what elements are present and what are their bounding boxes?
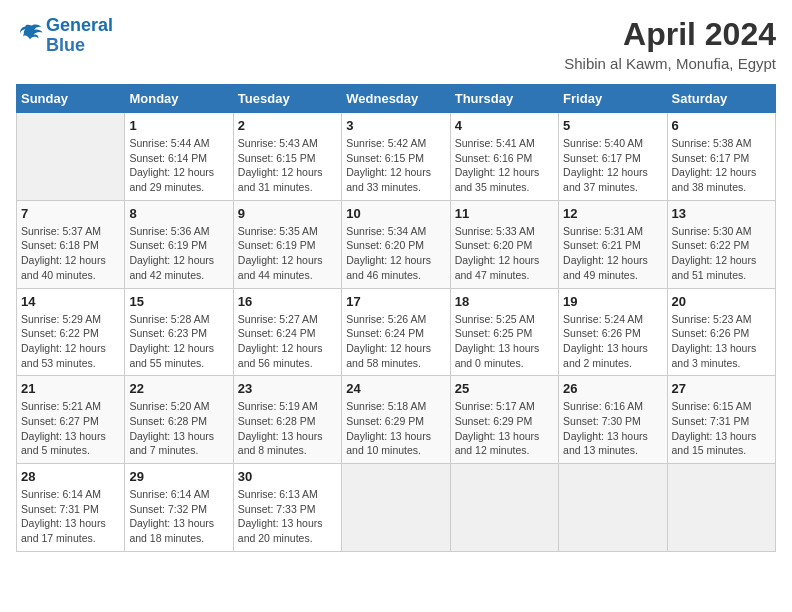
calendar-table: SundayMondayTuesdayWednesdayThursdayFrid…: [16, 84, 776, 552]
weekday-header-monday: Monday: [125, 85, 233, 113]
calendar-cell: 27Sunrise: 6:15 AM Sunset: 7:31 PM Dayli…: [667, 376, 775, 464]
day-number: 10: [346, 206, 445, 221]
day-number: 9: [238, 206, 337, 221]
day-number: 15: [129, 294, 228, 309]
calendar-cell: 7Sunrise: 5:37 AM Sunset: 6:18 PM Daylig…: [17, 200, 125, 288]
day-number: 1: [129, 118, 228, 133]
calendar-cell: [559, 464, 667, 552]
day-number: 5: [563, 118, 662, 133]
day-number: 8: [129, 206, 228, 221]
day-number: 27: [672, 381, 771, 396]
day-info: Sunrise: 5:37 AM Sunset: 6:18 PM Dayligh…: [21, 224, 120, 283]
calendar-week-3: 14Sunrise: 5:29 AM Sunset: 6:22 PM Dayli…: [17, 288, 776, 376]
day-number: 7: [21, 206, 120, 221]
calendar-cell: 22Sunrise: 5:20 AM Sunset: 6:28 PM Dayli…: [125, 376, 233, 464]
day-info: Sunrise: 5:30 AM Sunset: 6:22 PM Dayligh…: [672, 224, 771, 283]
day-info: Sunrise: 5:27 AM Sunset: 6:24 PM Dayligh…: [238, 312, 337, 371]
day-number: 20: [672, 294, 771, 309]
day-info: Sunrise: 5:29 AM Sunset: 6:22 PM Dayligh…: [21, 312, 120, 371]
calendar-cell: 8Sunrise: 5:36 AM Sunset: 6:19 PM Daylig…: [125, 200, 233, 288]
day-info: Sunrise: 5:42 AM Sunset: 6:15 PM Dayligh…: [346, 136, 445, 195]
calendar-cell: 30Sunrise: 6:13 AM Sunset: 7:33 PM Dayli…: [233, 464, 341, 552]
calendar-cell: 2Sunrise: 5:43 AM Sunset: 6:15 PM Daylig…: [233, 113, 341, 201]
calendar-cell: 12Sunrise: 5:31 AM Sunset: 6:21 PM Dayli…: [559, 200, 667, 288]
logo-bird-icon: [16, 20, 44, 48]
calendar-cell: 17Sunrise: 5:26 AM Sunset: 6:24 PM Dayli…: [342, 288, 450, 376]
title-area: April 2024 Shibin al Kawm, Monufia, Egyp…: [564, 16, 776, 72]
weekday-header-saturday: Saturday: [667, 85, 775, 113]
day-number: 3: [346, 118, 445, 133]
logo-text: General Blue: [46, 16, 113, 56]
day-info: Sunrise: 6:16 AM Sunset: 7:30 PM Dayligh…: [563, 399, 662, 458]
calendar-cell: 29Sunrise: 6:14 AM Sunset: 7:32 PM Dayli…: [125, 464, 233, 552]
logo: General Blue: [16, 16, 113, 56]
weekday-header-row: SundayMondayTuesdayWednesdayThursdayFrid…: [17, 85, 776, 113]
calendar-cell: 13Sunrise: 5:30 AM Sunset: 6:22 PM Dayli…: [667, 200, 775, 288]
day-number: 11: [455, 206, 554, 221]
day-info: Sunrise: 5:18 AM Sunset: 6:29 PM Dayligh…: [346, 399, 445, 458]
day-info: Sunrise: 5:36 AM Sunset: 6:19 PM Dayligh…: [129, 224, 228, 283]
calendar-week-4: 21Sunrise: 5:21 AM Sunset: 6:27 PM Dayli…: [17, 376, 776, 464]
day-number: 4: [455, 118, 554, 133]
day-number: 29: [129, 469, 228, 484]
calendar-cell: 9Sunrise: 5:35 AM Sunset: 6:19 PM Daylig…: [233, 200, 341, 288]
day-info: Sunrise: 5:19 AM Sunset: 6:28 PM Dayligh…: [238, 399, 337, 458]
calendar-cell: 23Sunrise: 5:19 AM Sunset: 6:28 PM Dayli…: [233, 376, 341, 464]
page-title: April 2024: [564, 16, 776, 53]
day-info: Sunrise: 5:17 AM Sunset: 6:29 PM Dayligh…: [455, 399, 554, 458]
day-number: 28: [21, 469, 120, 484]
calendar-cell: [450, 464, 558, 552]
calendar-cell: [667, 464, 775, 552]
calendar-cell: 4Sunrise: 5:41 AM Sunset: 6:16 PM Daylig…: [450, 113, 558, 201]
day-number: 18: [455, 294, 554, 309]
calendar-week-5: 28Sunrise: 6:14 AM Sunset: 7:31 PM Dayli…: [17, 464, 776, 552]
day-number: 22: [129, 381, 228, 396]
day-info: Sunrise: 5:33 AM Sunset: 6:20 PM Dayligh…: [455, 224, 554, 283]
calendar-cell: 11Sunrise: 5:33 AM Sunset: 6:20 PM Dayli…: [450, 200, 558, 288]
day-info: Sunrise: 6:14 AM Sunset: 7:32 PM Dayligh…: [129, 487, 228, 546]
calendar-week-1: 1Sunrise: 5:44 AM Sunset: 6:14 PM Daylig…: [17, 113, 776, 201]
weekday-header-sunday: Sunday: [17, 85, 125, 113]
calendar-cell: 24Sunrise: 5:18 AM Sunset: 6:29 PM Dayli…: [342, 376, 450, 464]
day-number: 13: [672, 206, 771, 221]
day-number: 23: [238, 381, 337, 396]
day-number: 21: [21, 381, 120, 396]
weekday-header-friday: Friday: [559, 85, 667, 113]
day-number: 26: [563, 381, 662, 396]
calendar-cell: 6Sunrise: 5:38 AM Sunset: 6:17 PM Daylig…: [667, 113, 775, 201]
day-number: 30: [238, 469, 337, 484]
day-info: Sunrise: 5:26 AM Sunset: 6:24 PM Dayligh…: [346, 312, 445, 371]
day-info: Sunrise: 5:34 AM Sunset: 6:20 PM Dayligh…: [346, 224, 445, 283]
day-number: 19: [563, 294, 662, 309]
calendar-cell: 16Sunrise: 5:27 AM Sunset: 6:24 PM Dayli…: [233, 288, 341, 376]
calendar-cell: 21Sunrise: 5:21 AM Sunset: 6:27 PM Dayli…: [17, 376, 125, 464]
weekday-header-tuesday: Tuesday: [233, 85, 341, 113]
calendar-cell: 18Sunrise: 5:25 AM Sunset: 6:25 PM Dayli…: [450, 288, 558, 376]
calendar-cell: 20Sunrise: 5:23 AM Sunset: 6:26 PM Dayli…: [667, 288, 775, 376]
day-number: 25: [455, 381, 554, 396]
day-info: Sunrise: 5:35 AM Sunset: 6:19 PM Dayligh…: [238, 224, 337, 283]
calendar-cell: 10Sunrise: 5:34 AM Sunset: 6:20 PM Dayli…: [342, 200, 450, 288]
day-info: Sunrise: 5:25 AM Sunset: 6:25 PM Dayligh…: [455, 312, 554, 371]
day-info: Sunrise: 5:41 AM Sunset: 6:16 PM Dayligh…: [455, 136, 554, 195]
weekday-header-wednesday: Wednesday: [342, 85, 450, 113]
day-info: Sunrise: 5:28 AM Sunset: 6:23 PM Dayligh…: [129, 312, 228, 371]
calendar-cell: 19Sunrise: 5:24 AM Sunset: 6:26 PM Dayli…: [559, 288, 667, 376]
day-number: 17: [346, 294, 445, 309]
calendar-cell: 28Sunrise: 6:14 AM Sunset: 7:31 PM Dayli…: [17, 464, 125, 552]
day-info: Sunrise: 5:31 AM Sunset: 6:21 PM Dayligh…: [563, 224, 662, 283]
day-number: 6: [672, 118, 771, 133]
calendar-cell: 3Sunrise: 5:42 AM Sunset: 6:15 PM Daylig…: [342, 113, 450, 201]
day-info: Sunrise: 5:38 AM Sunset: 6:17 PM Dayligh…: [672, 136, 771, 195]
day-info: Sunrise: 5:44 AM Sunset: 6:14 PM Dayligh…: [129, 136, 228, 195]
weekday-header-thursday: Thursday: [450, 85, 558, 113]
calendar-cell: [17, 113, 125, 201]
day-info: Sunrise: 5:21 AM Sunset: 6:27 PM Dayligh…: [21, 399, 120, 458]
day-number: 24: [346, 381, 445, 396]
calendar-cell: 26Sunrise: 6:16 AM Sunset: 7:30 PM Dayli…: [559, 376, 667, 464]
calendar-week-2: 7Sunrise: 5:37 AM Sunset: 6:18 PM Daylig…: [17, 200, 776, 288]
calendar-cell: 25Sunrise: 5:17 AM Sunset: 6:29 PM Dayli…: [450, 376, 558, 464]
day-number: 2: [238, 118, 337, 133]
calendar-cell: 15Sunrise: 5:28 AM Sunset: 6:23 PM Dayli…: [125, 288, 233, 376]
day-info: Sunrise: 5:43 AM Sunset: 6:15 PM Dayligh…: [238, 136, 337, 195]
